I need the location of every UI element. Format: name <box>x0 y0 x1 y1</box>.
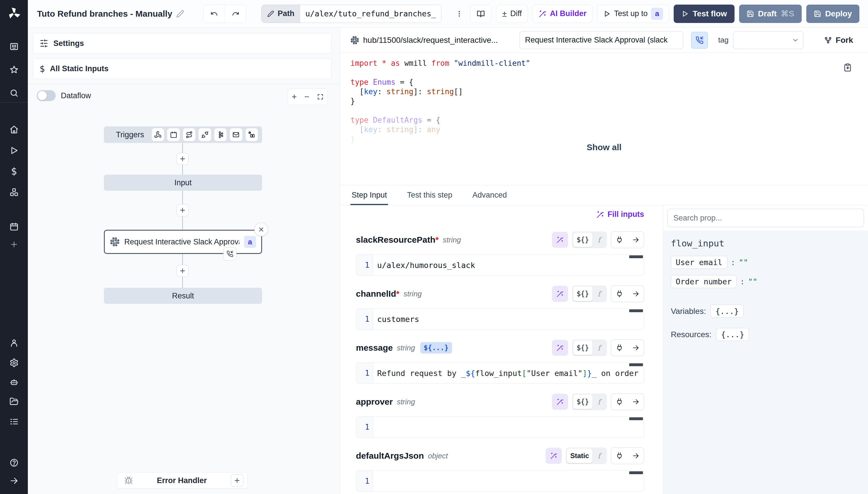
sidebar-item-variables[interactable]: $ <box>0 162 28 180</box>
websocket-trigger-button[interactable] <box>198 128 211 141</box>
editor-scrollbar[interactable] <box>629 363 643 366</box>
field-value[interactable]: Refund request by _${flow_input["User em… <box>373 363 644 383</box>
zoom-out-button[interactable]: − <box>304 92 310 102</box>
plug-button[interactable] <box>611 394 628 410</box>
variables-chip[interactable]: {...} <box>710 305 744 318</box>
suspend-settings-button[interactable] <box>691 32 708 49</box>
email-trigger-button[interactable] <box>230 128 242 141</box>
sidebar-item-home[interactable] <box>0 120 28 139</box>
show-all-button[interactable]: Show all <box>587 142 622 152</box>
prop-name-chip[interactable]: User email <box>671 256 727 269</box>
editor-scrollbar[interactable] <box>629 417 643 420</box>
sidebar-item-favorites[interactable] <box>0 61 28 79</box>
fork-button[interactable]: Fork <box>824 36 853 45</box>
plug-button[interactable] <box>611 232 628 248</box>
insert-step-button[interactable] <box>177 153 189 165</box>
ai-fill-field-button[interactable] <box>552 340 568 356</box>
sidebar-item-settings[interactable] <box>0 354 28 372</box>
docs-button[interactable] <box>470 5 491 23</box>
path-widget[interactable]: Path u/alex/tuto_refund_branches_ <box>261 5 441 23</box>
field-value[interactable] <box>373 417 644 437</box>
plug-button[interactable] <box>611 286 628 302</box>
ai-fill-field-button[interactable] <box>552 286 568 302</box>
prop-order-number[interactable]: Order number : "" <box>671 275 861 288</box>
plug-button[interactable] <box>611 340 628 356</box>
js-mode-button[interactable]: f <box>592 449 606 463</box>
path-value[interactable]: u/alex/tuto_refund_branches_ <box>300 5 441 23</box>
connect-arrow-button[interactable] <box>628 448 644 464</box>
http-route-trigger-button[interactable] <box>183 128 196 141</box>
sidebar-item-resources[interactable] <box>0 183 28 201</box>
field-editor[interactable]: 1 u/alex/humorous_slack <box>356 254 644 276</box>
field-editor[interactable]: 1 <box>356 471 644 492</box>
poll-trigger-button[interactable] <box>245 128 258 141</box>
sidebar-item-logs[interactable] <box>0 413 28 431</box>
editor-scrollbar[interactable] <box>629 255 643 258</box>
result-node[interactable]: Result <box>104 288 262 304</box>
field-value[interactable] <box>373 471 644 491</box>
webhook-trigger-button[interactable] <box>152 128 164 141</box>
search-prop-input[interactable] <box>667 209 864 227</box>
js-mode-button[interactable]: f <box>592 395 606 409</box>
field-editor[interactable]: 1 customers <box>356 308 644 330</box>
template-mode-button[interactable]: ${} <box>573 287 592 301</box>
prop-name-chip[interactable]: Order number <box>671 275 736 288</box>
js-mode-button[interactable]: f <box>592 233 606 247</box>
all-static-inputs-row[interactable]: $ All Static Inputs <box>33 58 332 79</box>
sidebar-item-folders[interactable] <box>0 392 28 411</box>
insert-step-button[interactable] <box>177 204 189 216</box>
sidebar-item-schedules[interactable] <box>0 217 28 236</box>
tab-advanced[interactable]: Advanced <box>471 185 508 205</box>
kafka-trigger-button[interactable] <box>214 128 227 141</box>
add-error-handler-button[interactable] <box>231 474 243 487</box>
field-value[interactable]: u/alex/humorous_slack <box>373 255 644 276</box>
more-menu-button[interactable] <box>453 5 466 22</box>
flow-settings-row[interactable]: Settings <box>33 33 332 54</box>
sidebar-item-runs[interactable] <box>0 141 28 160</box>
connect-arrow-button[interactable] <box>628 340 644 356</box>
template-mode-button[interactable]: ${} <box>573 395 592 409</box>
sidebar-item-workers[interactable] <box>0 373 28 392</box>
step-summary-input[interactable]: Request Interactive Slack Approval (slac… <box>519 31 683 49</box>
template-mode-button[interactable]: ${} <box>573 233 592 247</box>
delete-step-button[interactable] <box>254 223 268 236</box>
insert-step-button[interactable] <box>177 265 189 277</box>
test-up-to-button[interactable]: Test up to a <box>597 5 669 23</box>
fill-inputs-button[interactable]: Fill inputs <box>596 210 645 219</box>
test-flow-button[interactable]: Test flow <box>674 5 734 23</box>
field-value[interactable]: customers <box>373 309 644 329</box>
deploy-button[interactable]: Deploy <box>806 5 860 23</box>
schedule-trigger-button[interactable] <box>167 128 180 141</box>
prop-user-email[interactable]: User email : "" <box>671 256 861 269</box>
tag-select[interactable] <box>733 31 804 49</box>
input-node[interactable]: Input <box>104 175 262 191</box>
js-mode-button[interactable]: f <box>592 341 606 355</box>
template-mode-button[interactable]: ${} <box>573 341 592 355</box>
sidebar-item-add[interactable] <box>0 235 28 253</box>
ai-fill-field-button[interactable] <box>552 232 568 248</box>
ai-fill-field-button[interactable] <box>546 448 562 464</box>
slack-approval-step-node[interactable]: Request Interactive Slack Approval (... … <box>104 230 262 254</box>
fit-view-button[interactable] <box>317 93 324 100</box>
ai-fill-field-button[interactable] <box>552 394 568 410</box>
field-editor[interactable]: 1 Refund request by _${flow_input["User … <box>356 362 644 384</box>
tab-test-this-step[interactable]: Test this step <box>406 185 454 205</box>
sidebar-item-workspace[interactable] <box>0 37 28 56</box>
triggers-node[interactable]: Triggers <box>104 126 262 143</box>
sidebar-expand-button[interactable] <box>0 472 28 490</box>
editor-scrollbar[interactable] <box>629 471 643 474</box>
draft-button[interactable]: Draft ⌘S <box>739 5 802 23</box>
edit-title-button[interactable] <box>176 10 184 18</box>
tab-step-input[interactable]: Step Input <box>351 185 388 205</box>
connect-arrow-button[interactable] <box>628 232 644 248</box>
sidebar-item-users[interactable] <box>0 334 28 352</box>
resources-chip[interactable]: {...} <box>716 328 749 341</box>
field-editor[interactable]: 1 <box>356 416 644 438</box>
js-mode-button[interactable]: f <box>592 287 606 301</box>
dataflow-toggle[interactable] <box>37 90 56 101</box>
sidebar-item-search[interactable] <box>0 84 28 102</box>
ai-builder-button[interactable]: AI Builder <box>532 5 593 23</box>
diff-button[interactable]: ± Diff <box>496 5 528 23</box>
redo-button[interactable] <box>225 5 246 23</box>
error-handler-node[interactable]: Error Handler <box>117 473 248 489</box>
